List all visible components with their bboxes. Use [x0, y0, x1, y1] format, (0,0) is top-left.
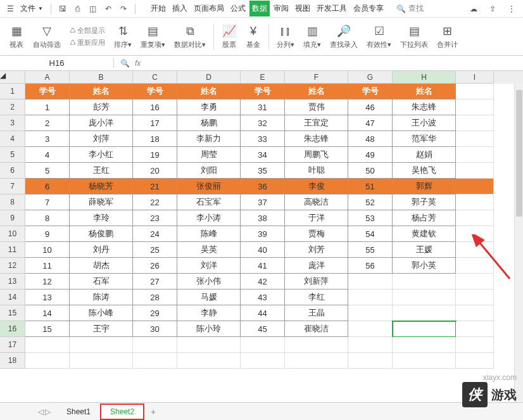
cell[interactable]: 郭子英 — [393, 194, 456, 210]
cell[interactable]: 刘洋 — [177, 258, 241, 274]
cell[interactable]: 高晓洁 — [285, 194, 348, 210]
ribbon-stock[interactable]: 📈 股票 — [218, 22, 241, 51]
undo-icon[interactable]: ↶ — [102, 3, 115, 15]
cancel-icon[interactable]: 🔍 — [120, 59, 130, 68]
cell[interactable] — [456, 337, 494, 353]
save-icon[interactable]: 🖫 — [56, 3, 69, 15]
row-header[interactable]: 14 — [0, 290, 25, 305]
cell[interactable]: 陈小玲 — [177, 321, 241, 337]
cell[interactable]: 4 — [25, 147, 70, 163]
header-cell[interactable]: 姓名 — [177, 84, 241, 99]
ribbon-findinput[interactable]: 🔎 查找录入 — [326, 22, 362, 51]
cell[interactable]: 赵娟 — [393, 147, 456, 163]
cell[interactable]: 李静 — [177, 305, 241, 321]
cell[interactable]: 14 — [25, 305, 70, 321]
cell[interactable]: 3 — [25, 131, 70, 147]
cell[interactable]: 刘芳 — [285, 242, 348, 258]
cell[interactable]: 王宇 — [70, 321, 133, 337]
cell[interactable] — [456, 131, 494, 147]
row-header[interactable]: 11 — [0, 242, 25, 258]
tab-layout[interactable]: 页面布局 — [191, 1, 227, 16]
tab-member[interactable]: 会员专享 — [351, 1, 386, 16]
menu-icon[interactable]: ☰ — [5, 4, 15, 14]
cell[interactable]: 52 — [348, 194, 393, 210]
cell[interactable] — [456, 179, 494, 194]
row-header[interactable]: 7 — [0, 179, 25, 194]
more-icon[interactable]: ⋮ — [505, 3, 518, 15]
search-box[interactable]: 🔍 查找 — [396, 3, 424, 14]
col-header-F[interactable]: F — [285, 71, 348, 84]
preview-icon[interactable]: ◫ — [87, 3, 99, 15]
cell[interactable] — [70, 353, 133, 369]
cell[interactable]: 8 — [25, 210, 70, 226]
ribbon-reapply[interactable]: ♺ 重新应用 — [70, 38, 105, 48]
cell[interactable] — [133, 337, 177, 353]
cell[interactable]: 2 — [25, 115, 70, 131]
ribbon-fund[interactable]: ¥ 基金 — [242, 22, 265, 51]
cell[interactable]: 李玲 — [70, 210, 133, 226]
col-header-A[interactable]: A — [25, 71, 70, 84]
tab-view[interactable]: 视图 — [293, 1, 313, 16]
sheet-nav-prev[interactable]: ◁ — [38, 407, 44, 416]
cell[interactable] — [241, 353, 285, 369]
row-header[interactable]: 4 — [0, 131, 25, 147]
col-header-B[interactable]: B — [70, 71, 133, 84]
cell[interactable] — [348, 305, 393, 321]
cell[interactable] — [348, 337, 393, 353]
cell[interactable] — [456, 274, 494, 290]
cell[interactable]: 21 — [133, 179, 177, 194]
cell[interactable]: 43 — [241, 290, 285, 305]
cell[interactable] — [456, 305, 494, 321]
cell[interactable] — [393, 353, 456, 369]
cell[interactable]: 23 — [133, 210, 177, 226]
cell[interactable]: 杨俊鹏 — [70, 226, 133, 242]
header-cell[interactable]: 学号 — [133, 84, 177, 99]
ribbon-consolidate[interactable]: ⊞ 合并计 — [433, 22, 462, 51]
cell[interactable] — [25, 337, 70, 353]
cell[interactable] — [70, 337, 133, 353]
cell[interactable]: 19 — [133, 147, 177, 163]
cell[interactable]: 李小红 — [70, 147, 133, 163]
cell[interactable]: 朱志锋 — [285, 131, 348, 147]
header-cell[interactable]: 姓名 — [393, 84, 456, 99]
cell[interactable]: 陈峰 — [177, 226, 241, 242]
cell[interactable] — [456, 321, 494, 337]
cell[interactable] — [393, 290, 456, 305]
cell[interactable]: 16 — [133, 99, 177, 115]
row-header[interactable]: 5 — [0, 147, 25, 163]
cell[interactable]: 12 — [25, 274, 70, 290]
cell[interactable] — [456, 194, 494, 210]
cell[interactable]: 彭芳 — [70, 99, 133, 115]
cell[interactable]: 胡杰 — [70, 258, 133, 274]
cell[interactable]: 庞小洋 — [70, 115, 133, 131]
row-header[interactable]: 18 — [0, 353, 25, 369]
cell[interactable]: 35 — [241, 163, 285, 179]
cell[interactable]: 王小波 — [393, 115, 456, 131]
cell[interactable]: 刘阳 — [177, 163, 241, 179]
cell[interactable]: 29 — [133, 305, 177, 321]
tab-start[interactable]: 开始 — [148, 1, 168, 16]
cell[interactable] — [456, 210, 494, 226]
cell[interactable]: 48 — [348, 131, 393, 147]
cell[interactable]: 崔晓洁 — [285, 321, 348, 337]
cell[interactable]: 6 — [25, 179, 70, 194]
cell[interactable]: 石宝军 — [177, 194, 241, 210]
sheet-tab-1[interactable]: Sheet1 — [57, 404, 100, 419]
cell[interactable]: 庞洋 — [285, 258, 348, 274]
cell[interactable]: 周鹏飞 — [285, 147, 348, 163]
ribbon-showall[interactable]: ♺ 全部显示 — [70, 26, 105, 35]
ribbon-compare[interactable]: ⧉ 数据对比▾ — [170, 22, 210, 51]
file-menu[interactable]: 文件▼ — [18, 2, 46, 15]
cell[interactable]: 27 — [133, 274, 177, 290]
cell[interactable]: 53 — [348, 210, 393, 226]
col-header-E[interactable]: E — [241, 71, 285, 84]
col-header-G[interactable]: G — [348, 71, 393, 84]
sheet-tab-2[interactable]: Sheet2 — [100, 404, 144, 420]
cell[interactable]: 39 — [241, 226, 285, 242]
cell[interactable] — [177, 337, 241, 353]
cell[interactable]: 杨鹏 — [177, 115, 241, 131]
cloud-icon[interactable]: ☁ — [467, 3, 480, 15]
cell[interactable] — [25, 353, 70, 369]
select-all-corner[interactable]: ◢ — [0, 71, 25, 84]
cell[interactable] — [348, 353, 393, 369]
